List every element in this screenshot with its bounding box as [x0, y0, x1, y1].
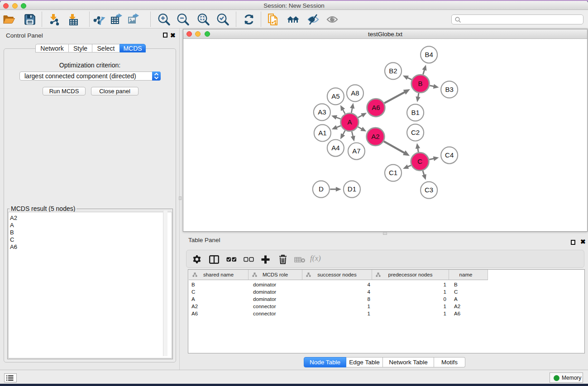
svg-text:A: A — [347, 118, 352, 126]
svg-text:B1: B1 — [411, 109, 419, 116]
svg-text:B2: B2 — [389, 67, 397, 75]
svg-text:C4: C4 — [445, 151, 454, 159]
svg-text:A2: A2 — [371, 133, 379, 140]
svg-text:A7: A7 — [352, 147, 360, 155]
svg-text:D: D — [319, 185, 324, 193]
svg-text:C1: C1 — [389, 169, 397, 176]
svg-text:B4: B4 — [425, 51, 433, 58]
svg-text:B3: B3 — [445, 86, 453, 93]
svg-text:D1: D1 — [348, 185, 356, 193]
svg-text:A6: A6 — [372, 104, 380, 111]
svg-text:A1: A1 — [318, 129, 326, 137]
svg-text:C3: C3 — [425, 186, 433, 194]
svg-text:A3: A3 — [318, 108, 326, 116]
svg-text:A5: A5 — [331, 92, 339, 100]
svg-text:B: B — [418, 80, 423, 87]
svg-text:C: C — [417, 157, 422, 165]
svg-text:A8: A8 — [351, 89, 359, 97]
svg-text:C2: C2 — [411, 129, 420, 136]
svg-text:A4: A4 — [331, 144, 339, 152]
